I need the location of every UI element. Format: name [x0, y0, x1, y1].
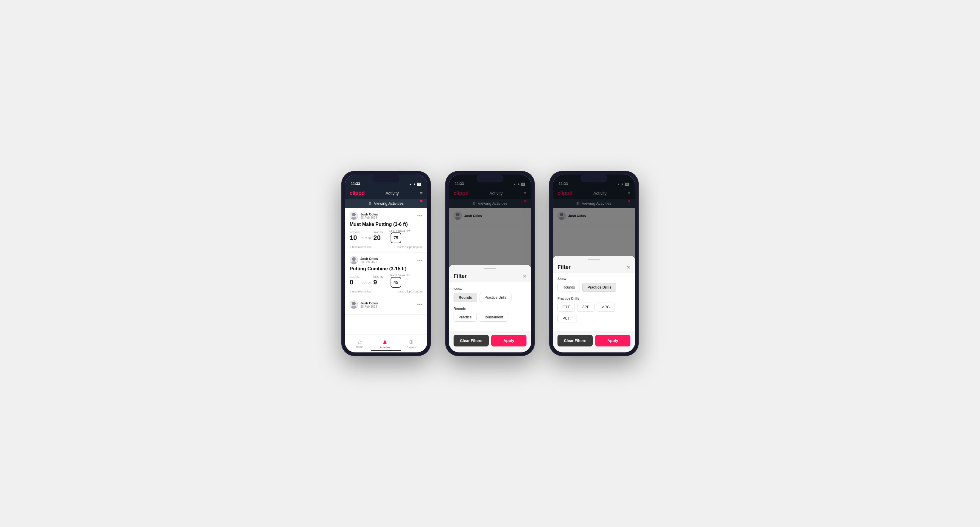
avatar-3 — [350, 300, 358, 309]
capture-icon-1: ⊕ — [409, 339, 414, 345]
logo-1: clippd — [350, 190, 364, 196]
stat-divider-2 — [386, 276, 387, 285]
shots-value-1: 20 — [373, 234, 383, 242]
activity-card-3: Josh Coles 28 Feb 2023 ••• — [345, 297, 427, 314]
activities-icon-1: ♟ — [382, 339, 387, 345]
rounds-chips-2: Practice Tournament — [453, 313, 527, 322]
modal-footer-2: Clear Filters Apply — [449, 331, 531, 352]
user-date-3: 28 Feb 2023 — [360, 305, 378, 308]
banner-dot-1 — [420, 200, 423, 202]
more-dots-1[interactable]: ••• — [417, 213, 423, 218]
data-source-2: Data: Clippd Capture — [398, 290, 423, 293]
info-icon-1: ℹ — [350, 246, 350, 249]
card-stats-2: Score 0 OUT OF Shots 9 Shot Quality 45 — [350, 274, 423, 288]
status-time-1: 11:33 — [351, 182, 360, 186]
show-label-2: Show — [453, 287, 527, 290]
score-label-2: Score — [350, 275, 360, 278]
info-text-1: Test Information — [352, 246, 371, 249]
modal-header-2: Filter ✕ — [449, 269, 531, 282]
activity-card-1: Josh Coles 28 Feb 2023 ••• Must Make Put… — [345, 208, 427, 252]
status-icons-1: ▲ ✦ 51 — [409, 183, 421, 186]
info-text-2: Test Information — [352, 290, 371, 293]
card-header-2: Josh Coles 28 Feb 2023 ••• — [350, 256, 423, 264]
shots-label-2: Shots — [373, 275, 383, 278]
card-footer-1: ℹ Test Information Data: Clippd Capture — [350, 246, 423, 249]
shots-value-2: 9 — [373, 278, 383, 286]
modal-body-3: Show Rounds Practice Drills Practice Dri… — [553, 273, 635, 331]
score-value-1: 10 — [350, 234, 360, 242]
tournament-chip-2[interactable]: Tournament — [479, 313, 508, 322]
card-footer-2: ℹ Test Information Data: Clippd Capture — [350, 290, 423, 293]
clear-filters-btn-3[interactable]: Clear Filters — [557, 335, 593, 346]
card-header-1: Josh Coles 28 Feb 2023 ••• — [350, 211, 423, 220]
dynamic-island-1 — [373, 175, 399, 183]
viewing-banner-1[interactable]: ⊞ Viewing Activities — [345, 199, 427, 208]
sq-badge-2: 45 — [391, 277, 401, 288]
filter-modal-overlay-2: Filter ✕ Show Rounds Practice Drills Rou… — [449, 175, 531, 352]
apply-btn-3[interactable]: Apply — [595, 335, 630, 346]
modal-close-2[interactable]: ✕ — [523, 273, 527, 279]
info-icon-2: ℹ — [350, 290, 350, 293]
arg-chip-3[interactable]: ARG — [597, 303, 615, 311]
show-label-3: Show — [557, 277, 630, 281]
bottom-nav-1: ⌂ Home ♟ Activities ⊕ Capture — [345, 335, 427, 352]
score-label-1: Score — [350, 231, 360, 234]
dynamic-island-3 — [581, 175, 607, 183]
rounds-section-label-2: Rounds — [453, 307, 527, 310]
practice-chip-2[interactable]: Practice — [453, 313, 477, 322]
practice-drills-section-label-3: Practice Drills — [557, 297, 630, 300]
app-chip-3[interactable]: APP — [577, 303, 595, 311]
rounds-chip-2[interactable]: Rounds — [453, 293, 477, 302]
activity-card-2: Josh Coles 28 Feb 2023 ••• Putting Combi… — [345, 252, 427, 297]
screenshot-container: 11:33 ▲ ✦ 51 clippd Activity ≡ ⊞ Viewing… — [329, 153, 651, 374]
user-name-3: Josh Coles — [360, 302, 378, 305]
clear-filters-btn-2[interactable]: Clear Filters — [453, 335, 489, 346]
modal-close-3[interactable]: ✕ — [627, 264, 630, 270]
signal-icon: ▲ — [409, 183, 412, 186]
user-name-1: Josh Coles — [360, 213, 378, 216]
filter-modal-overlay-3: Filter ✕ Show Rounds Practice Drills Pra… — [553, 175, 635, 352]
dynamic-island-2 — [477, 175, 503, 183]
apply-btn-2[interactable]: Apply — [491, 335, 527, 346]
card-title-2: Putting Combine (3-15 ft) — [350, 266, 423, 271]
data-source-1: Data: Clippd Capture — [398, 246, 423, 249]
nav-capture-1[interactable]: ⊕ Capture — [407, 339, 416, 349]
content-scroll-1: Josh Coles 28 Feb 2023 ••• Must Make Put… — [345, 208, 427, 335]
test-info-1: ℹ Test Information — [350, 246, 371, 249]
user-name-2: Josh Coles — [360, 257, 378, 260]
phone-3: 11:33 ▲ ✦ 51 clippd Activity ≡ ⊞ Viewing… — [549, 171, 639, 356]
rounds-chip-3[interactable]: Rounds — [557, 283, 580, 292]
practice-drills-chip-3[interactable]: Practice Drills — [582, 283, 616, 292]
out-of-2: OUT OF — [361, 281, 372, 284]
score-value-2: 0 — [350, 278, 360, 286]
test-info-2: ℹ Test Information — [350, 290, 371, 293]
practice-drills-chip-2[interactable]: Practice Drills — [480, 293, 512, 302]
putt-chip-3[interactable]: PUTT — [557, 314, 577, 323]
nav-home-1[interactable]: ⌂ Home — [356, 339, 363, 349]
show-chips-3: Rounds Practice Drills — [557, 283, 630, 292]
home-label-1: Home — [356, 346, 363, 349]
user-date-2: 28 Feb 2023 — [360, 260, 378, 264]
hamburger-1[interactable]: ≡ — [420, 191, 423, 196]
avatar-1 — [350, 211, 358, 220]
filter-sheet-3: Filter ✕ Show Rounds Practice Drills Pra… — [553, 256, 635, 352]
ott-chip-3[interactable]: OTT — [557, 303, 575, 311]
more-dots-2[interactable]: ••• — [417, 258, 423, 263]
nav-activities-1[interactable]: ♟ Activities — [380, 339, 390, 349]
shots-label-1: Shots — [373, 231, 383, 234]
modal-title-2: Filter — [453, 273, 467, 279]
filter-sheet-2: Filter ✕ Show Rounds Practice Drills Rou… — [449, 265, 531, 352]
user-date-1: 28 Feb 2023 — [360, 216, 378, 219]
user-info-3: Josh Coles 28 Feb 2023 — [350, 300, 378, 309]
more-dots-3[interactable]: ••• — [417, 302, 423, 307]
user-info-2: Josh Coles 28 Feb 2023 — [350, 256, 378, 264]
user-info-1: Josh Coles 28 Feb 2023 — [350, 211, 378, 220]
card-title-1: Must Make Putting (3-6 ft) — [350, 222, 423, 227]
phone-2: 11:33 ▲ ✦ 51 clippd Activity ≡ ⊞ Viewing… — [445, 171, 535, 356]
stat-divider-1 — [386, 232, 387, 241]
modal-footer-3: Clear Filters Apply — [553, 331, 635, 352]
sq-badge-1: 75 — [391, 232, 401, 243]
banner-text-1: Viewing Activities — [374, 201, 403, 206]
app-header-1: clippd Activity ≡ — [345, 188, 427, 199]
modal-header-3: Filter ✕ — [553, 260, 635, 273]
